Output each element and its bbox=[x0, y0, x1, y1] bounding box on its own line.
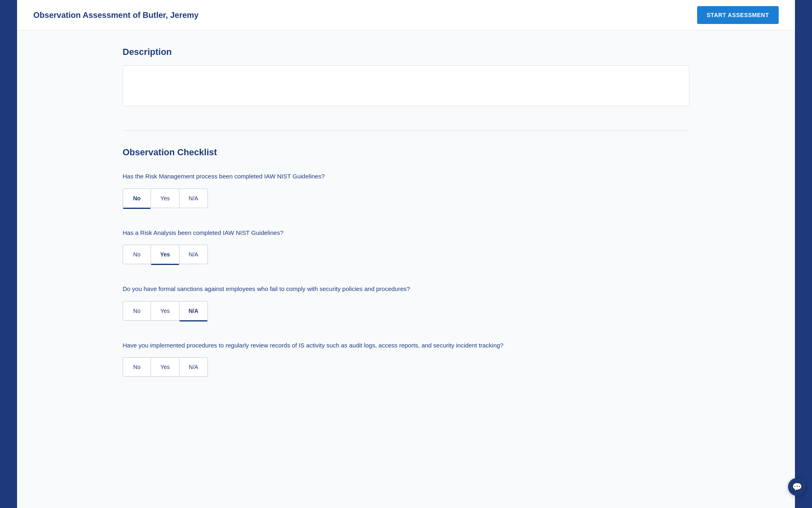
answer-yes-1[interactable]: Yes bbox=[151, 189, 179, 208]
answer-yes-3[interactable]: Yes bbox=[151, 301, 179, 321]
checklist-title: Observation Checklist bbox=[123, 147, 689, 158]
main-content: Observation Assessment of Butler, Jeremy… bbox=[17, 0, 795, 508]
answer-group-3: No Yes N/A bbox=[123, 301, 689, 321]
start-assessment-button[interactable]: START ASSESSMENT bbox=[697, 6, 779, 24]
answer-na-4[interactable]: N/A bbox=[179, 357, 208, 377]
answer-na-1[interactable]: N/A bbox=[179, 189, 208, 208]
answer-no-3[interactable]: No bbox=[123, 301, 151, 321]
chat-icon: 💬 bbox=[792, 482, 802, 492]
question-block-3: Do you have formal sanctions against emp… bbox=[123, 284, 689, 321]
header: Observation Assessment of Butler, Jeremy… bbox=[17, 0, 795, 30]
answer-group-4: No Yes N/A bbox=[123, 357, 689, 377]
answer-yes-2[interactable]: Yes bbox=[151, 245, 179, 264]
left-sidebar bbox=[0, 0, 17, 508]
answer-no-4[interactable]: No bbox=[123, 357, 151, 377]
description-section: Description bbox=[123, 47, 689, 106]
question-block-4: Have you implemented procedures to regul… bbox=[123, 341, 689, 377]
answer-no-2[interactable]: No bbox=[123, 245, 151, 264]
answer-na-3[interactable]: N/A bbox=[179, 301, 208, 321]
question-block-2: Has a Risk Analysis been completed IAW N… bbox=[123, 228, 689, 265]
right-sidebar bbox=[795, 0, 812, 508]
question-text-4: Have you implemented procedures to regul… bbox=[123, 341, 689, 350]
question-text-3: Do you have formal sanctions against emp… bbox=[123, 284, 689, 294]
chat-widget[interactable]: 💬 bbox=[788, 478, 806, 496]
answer-no-1[interactable]: No bbox=[123, 189, 151, 208]
description-box[interactable] bbox=[123, 65, 689, 106]
question-text-2: Has a Risk Analysis been completed IAW N… bbox=[123, 228, 689, 238]
page-title: Observation Assessment of Butler, Jeremy bbox=[33, 11, 199, 20]
question-text-1: Has the Risk Management process been com… bbox=[123, 172, 689, 181]
content-area: Description Observation Checklist Has th… bbox=[17, 30, 795, 508]
answer-group-1: No Yes N/A bbox=[123, 189, 689, 208]
question-block-1: Has the Risk Management process been com… bbox=[123, 172, 689, 208]
section-divider bbox=[123, 130, 689, 131]
checklist-section: Observation Checklist Has the Risk Manag… bbox=[123, 147, 689, 377]
answer-na-2[interactable]: N/A bbox=[179, 245, 208, 264]
answer-group-2: No Yes N/A bbox=[123, 245, 689, 264]
description-title: Description bbox=[123, 47, 689, 57]
answer-yes-4[interactable]: Yes bbox=[151, 357, 179, 377]
